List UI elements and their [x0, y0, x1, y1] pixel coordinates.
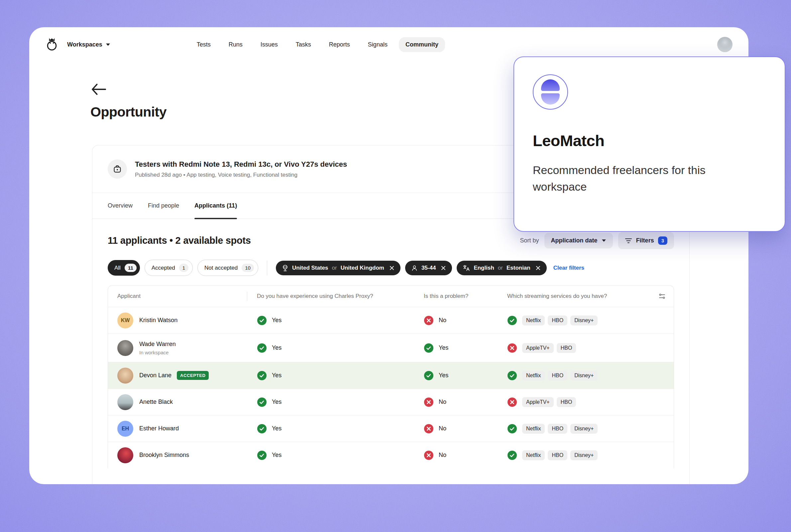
x-circle-icon [424, 397, 434, 407]
service-tag: HBO [548, 370, 567, 381]
filter-or: or [498, 265, 503, 271]
answer: Yes [439, 372, 448, 379]
tab-applicants[interactable]: Applicants (11) [195, 193, 237, 218]
sort-dropdown[interactable]: Application date [545, 233, 613, 248]
status-chip-accepted[interactable]: Accepted 1 [145, 260, 193, 276]
service-tag: Disney+ [570, 450, 597, 460]
x-circle-icon [424, 424, 434, 434]
table-header: Applicant Do you have experience using C… [108, 286, 674, 307]
service-tags: Netflix HBO Disney+ [522, 370, 597, 381]
avatar [117, 447, 133, 463]
answer: Yes [272, 452, 281, 459]
service-tag: HBO [548, 450, 567, 460]
service-tags: AppleTV+ HBO [522, 343, 576, 353]
check-circle-icon [507, 450, 517, 460]
service-tag: HBO [548, 424, 567, 434]
applicant-subtitle: In workspace [139, 350, 176, 355]
avatar [117, 394, 133, 410]
check-circle-icon [424, 343, 434, 353]
check-circle-icon [507, 316, 517, 325]
tab-overview[interactable]: Overview [108, 193, 133, 218]
nav-item-community[interactable]: Community [399, 37, 445, 52]
service-tag: Netflix [522, 450, 545, 460]
answer: No [439, 317, 446, 324]
avatar [117, 340, 133, 356]
leomatch-description: Recommended freelancers for this workspa… [533, 162, 725, 195]
remove-filter-icon[interactable] [389, 265, 394, 271]
table-row[interactable]: Brooklyn Simmons Yes No Netflix HBO [108, 442, 674, 468]
chips-divider [267, 261, 267, 275]
nav-item-runs[interactable]: Runs [222, 37, 249, 52]
nav-item-issues[interactable]: Issues [254, 37, 284, 52]
caret-down-icon [106, 43, 110, 46]
status-chip-not-accepted[interactable]: Not accepted 10 [198, 260, 258, 276]
x-circle-icon [507, 397, 517, 407]
column-header-q2: Is this a problem? [414, 293, 497, 300]
filters-count-badge: 3 [658, 236, 667, 245]
leomatch-card[interactable]: LeoMatch Recommended freelancers for thi… [514, 56, 785, 232]
clear-filters-link[interactable]: Clear filters [553, 265, 585, 271]
table-row[interactable]: Wade Warren In workspace Yes Yes [108, 334, 674, 362]
person-icon [411, 264, 418, 272]
service-tags: AppleTV+ HBO [522, 397, 576, 407]
nav-item-tests[interactable]: Tests [190, 37, 217, 52]
remove-filter-icon[interactable] [535, 265, 541, 271]
answer: Yes [439, 344, 448, 352]
column-header-services: Which streaming services do you have? [497, 293, 650, 300]
table-row[interactable]: KW Kristin Watson Yes No Netflix [108, 307, 674, 334]
answer: Yes [272, 399, 281, 405]
check-circle-icon [257, 343, 267, 353]
nav-item-tasks[interactable]: Tasks [289, 37, 318, 52]
chip-label: All [114, 265, 121, 271]
answer: Yes [272, 317, 281, 324]
filter-or: or [332, 265, 337, 271]
answer: No [439, 452, 446, 459]
workspaces-dropdown[interactable]: Workspaces [67, 41, 110, 48]
status-chip-all[interactable]: All 11 [108, 260, 140, 276]
x-circle-icon [424, 316, 434, 325]
remove-filter-icon[interactable] [441, 265, 446, 271]
answer: Yes [272, 372, 281, 379]
x-circle-icon [507, 343, 517, 353]
service-tag: Netflix [522, 370, 545, 381]
user-avatar[interactable] [717, 37, 733, 52]
tab-find-people[interactable]: Find people [148, 193, 179, 218]
table-row-accepted[interactable]: Devon Lane ACCEPTED Yes Yes [108, 362, 674, 388]
filters-row: All 11 Accepted 1 Not accepted 10 [108, 260, 674, 276]
filter-pill-age: 35-44 [405, 261, 452, 275]
leomatch-title: LeoMatch [533, 132, 766, 150]
applicant-name: Brooklyn Simmons [139, 452, 189, 459]
accepted-badge: ACCEPTED [177, 371, 209, 380]
check-circle-icon [257, 370, 267, 381]
chip-count: 1 [179, 264, 188, 272]
caret-down-icon [602, 239, 606, 242]
globe-stand-icon [282, 264, 289, 272]
service-tag: HBO [548, 316, 567, 325]
translate-icon [463, 264, 470, 272]
applicant-name: Devon Lane ACCEPTED [139, 371, 209, 380]
briefcase-icon [108, 159, 127, 179]
check-circle-icon [257, 424, 267, 434]
service-tag: HBO [557, 397, 576, 407]
service-tag: Netflix [522, 316, 545, 325]
nav-item-signals[interactable]: Signals [361, 37, 394, 52]
back-arrow-button[interactable] [91, 82, 106, 96]
table-row[interactable]: EH Esther Howard Yes No Netflix [108, 415, 674, 442]
leomatch-logo-icon [533, 74, 568, 110]
applicants-content: 11 applicants • 2 available spots Sort b… [92, 219, 689, 468]
table-row[interactable]: Anette Black Yes No AppleTV+ HBO [108, 388, 674, 415]
answer: Yes [272, 344, 281, 352]
filter-value: English [474, 265, 494, 271]
workspaces-label: Workspaces [67, 41, 103, 48]
answer: Yes [272, 425, 281, 432]
nav-item-reports[interactable]: Reports [323, 37, 356, 52]
filter-value: Estonian [507, 265, 530, 271]
filter-value: 35-44 [421, 265, 436, 271]
applicant-name-block: Wade Warren In workspace [139, 341, 176, 355]
column-divider [247, 291, 247, 301]
check-circle-icon [257, 316, 267, 325]
filters-button[interactable]: Filters 3 [618, 232, 674, 249]
chip-count: 10 [242, 264, 254, 272]
column-settings-button[interactable] [650, 292, 674, 300]
column-header-applicant: Applicant [108, 293, 247, 300]
